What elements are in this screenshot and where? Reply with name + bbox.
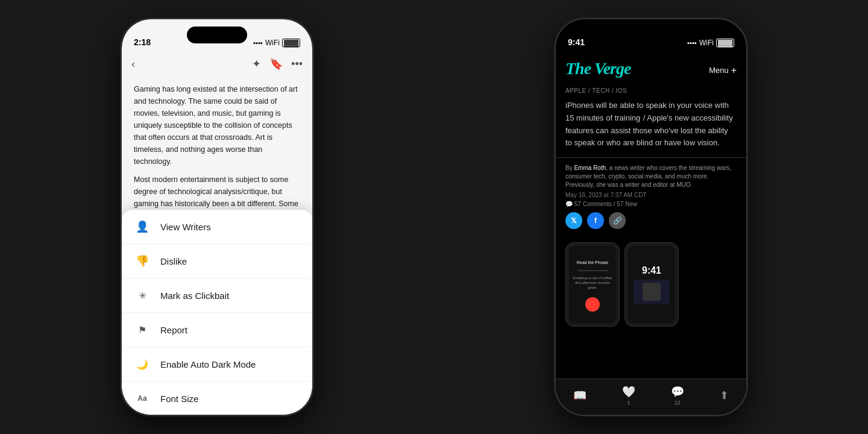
menu-label-report: Report — [160, 325, 187, 335]
wifi-icon-1: WiFi — [265, 39, 280, 47]
status-time-2: 9:41 — [568, 37, 585, 47]
thumb-time: 9:41 — [642, 265, 661, 276]
add-icon[interactable]: ✦ — [252, 57, 261, 71]
phone-1-screen: 2:18 ▪▪▪▪ WiFi ▓▓▓ ‹ ✦ 🔖 ••• Gaming has … — [122, 19, 312, 415]
author-section: By Emma Roth, a news writer who covers t… — [556, 157, 746, 240]
phone-2-screen: 9:41 ▪▪▪▪ WiFi ▓▓▓ ‹ ✦ 🔖 ••• The Verg — [556, 19, 746, 415]
menu-label-clickbait: Mark as Clickbait — [160, 291, 229, 301]
view-writers-icon: 👤 — [134, 218, 151, 235]
likes-badge: 1 — [627, 400, 631, 406]
dark-mode-icon: 🌙 — [134, 356, 151, 373]
phone-1: 2:18 ▪▪▪▪ WiFi ▓▓▓ ‹ ✦ 🔖 ••• Gaming has … — [121, 18, 313, 416]
tab-item-share[interactable]: ⬆ — [720, 389, 729, 402]
dynamic-island-2 — [621, 27, 681, 43]
back-icon[interactable]: ‹ — [131, 58, 135, 71]
share-icon: ⬆ — [720, 389, 729, 402]
library-icon: 📖 — [573, 389, 587, 402]
tab-item-library[interactable]: 📖 — [573, 389, 587, 402]
copy-link-button[interactable]: 🔗 — [609, 212, 626, 229]
status-icons-2: ▪▪▪▪ WiFi ▓▓▓ — [687, 39, 734, 47]
menu-item-dark-mode[interactable]: 🌙 Enable Auto Dark Mode — [122, 347, 312, 382]
clickbait-icon: ✳ — [134, 287, 151, 304]
heart-icon: 🤍 — [622, 385, 635, 398]
font-size-icon: Aa — [134, 390, 151, 407]
article-date: May 18, 2023 at 7:37 AM CDT — [565, 192, 737, 198]
verge-menu-button[interactable]: Menu + — [709, 65, 737, 76]
menu-item-view-writers[interactable]: 👤 View Writers — [122, 210, 312, 244]
menu-label-view-writers: View Writers — [160, 222, 211, 232]
article-breadcrumb: APPLE / TECH / IOS — [565, 87, 737, 94]
phone-2: 9:41 ▪▪▪▪ WiFi ▓▓▓ ‹ ✦ 🔖 ••• The Verg — [555, 18, 747, 416]
thumb-text-1: Read the Phrase — [574, 257, 611, 268]
verge-tab-bar: 📖 🤍 1 💬 12 ⬆ — [556, 379, 746, 415]
verge-logo: The Verge — [565, 57, 631, 79]
menu-label-dislike: Dislike — [160, 256, 187, 266]
signal-icon-1: ▪▪▪▪ — [253, 39, 263, 46]
author-name[interactable]: Emma Roth — [574, 165, 606, 171]
thumbnail-phone-2: 9:41 — [624, 242, 679, 327]
menu-item-dislike[interactable]: 👎 Dislike — [122, 244, 312, 278]
tab-item-comments[interactable]: 💬 12 — [671, 385, 684, 406]
more-icon[interactable]: ••• — [291, 58, 303, 71]
author-text: By Emma Roth, a news writer who covers t… — [565, 164, 737, 189]
bookmark-icon[interactable]: 🔖 — [269, 57, 283, 71]
thumb-screen-1: Read the Phrase Enabling a cup of coffee… — [569, 246, 616, 323]
verge-article-title: iPhones will be able to speak in your vo… — [565, 99, 737, 149]
comments-badge: 12 — [675, 400, 681, 406]
comments-icon: 💬 — [671, 385, 684, 398]
tab-item-likes[interactable]: 🤍 1 — [622, 385, 635, 406]
menu-item-font-size[interactable]: Aa Font Size — [122, 382, 312, 415]
comments-count[interactable]: 💬 57 Comments / 57 New — [565, 201, 737, 207]
menu-item-clickbait[interactable]: ✳ Mark as Clickbait — [122, 278, 312, 313]
facebook-share-button[interactable]: f — [587, 212, 604, 229]
verge-header: The Verge Menu + APPLE / TECH / IOS iPho… — [556, 51, 746, 157]
article-paragraph-1: Gaming has long existed at the intersect… — [134, 83, 300, 168]
record-button[interactable] — [585, 297, 600, 312]
status-time-1: 2:18 — [134, 37, 151, 47]
report-icon: ⚑ — [134, 321, 151, 338]
verge-article-content: The Verge Menu + APPLE / TECH / IOS iPho… — [556, 51, 746, 379]
wifi-icon-2: WiFi — [699, 39, 714, 47]
article-images: Read the Phrase Enabling a cup of coffee… — [556, 242, 746, 327]
verge-logo-row: The Verge Menu + — [565, 57, 737, 84]
menu-label-dark-mode: Enable Auto Dark Mode — [160, 359, 256, 370]
battery-icon-2: ▓▓▓ — [716, 39, 734, 47]
battery-icon-1: ▓▓▓ — [282, 39, 300, 47]
verge-plus-icon: + — [731, 65, 737, 76]
thumb-screen-2: 9:41 — [628, 246, 675, 323]
nav-bar-1: ‹ ✦ 🔖 ••• — [122, 51, 312, 77]
menu-item-report[interactable]: ⚑ Report — [122, 313, 312, 347]
thumb-subtext-1: Enabling a cup of coffeethis afternoon s… — [571, 274, 614, 292]
social-share-buttons: 𝕏 f 🔗 — [565, 212, 737, 229]
nav-right-1: ✦ 🔖 ••• — [252, 57, 303, 71]
status-icons-1: ▪▪▪▪ WiFi ▓▓▓ — [253, 39, 300, 47]
thumbnail-phone-1: Read the Phrase Enabling a cup of coffee… — [565, 242, 620, 327]
twitter-share-button[interactable]: 𝕏 — [565, 212, 582, 229]
signal-icon-2: ▪▪▪▪ — [687, 39, 697, 46]
dislike-icon: 👎 — [134, 253, 151, 269]
bottom-sheet-menu: 👤 View Writers 👎 Dislike ✳ Mark as Click… — [122, 210, 312, 415]
dynamic-island-1 — [187, 27, 247, 43]
menu-label-font-size: Font Size — [160, 394, 198, 404]
